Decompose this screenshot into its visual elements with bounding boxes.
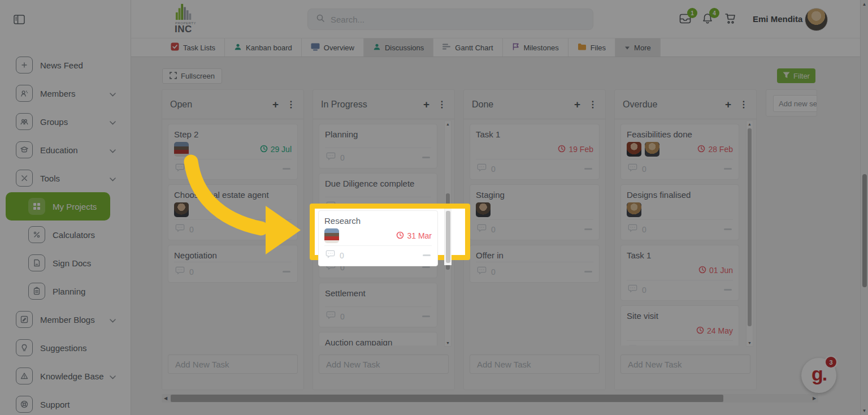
column-menu-icon[interactable]: [287, 99, 296, 110]
kanban-card[interactable]: Planning0: [319, 124, 437, 168]
inbox-icon[interactable]: 1: [678, 12, 692, 28]
drag-handle-icon[interactable]: [423, 254, 431, 256]
add-new-task-input[interactable]: Add New Task: [168, 355, 298, 374]
column-menu-icon[interactable]: [588, 99, 597, 110]
sidebar-toggle-icon[interactable]: [14, 15, 25, 27]
add-new-task-input[interactable]: Add New Task: [319, 355, 449, 374]
sidebar-item-planning[interactable]: Planning: [0, 277, 131, 305]
sidebar-item-member-blogs[interactable]: Member Blogs: [0, 305, 131, 334]
sidebar-item-knowledge-base[interactable]: Knowledge Base: [0, 362, 131, 390]
chevron-down-icon[interactable]: [110, 315, 116, 325]
scroll-down-icon[interactable]: [445, 341, 451, 345]
fullscreen-button[interactable]: Fullscreen: [162, 68, 222, 84]
sidebar-item-tools[interactable]: Tools: [0, 164, 131, 192]
tab-milestones[interactable]: Milestones: [503, 38, 568, 57]
drag-handle-icon[interactable]: [283, 168, 290, 170]
add-task-icon[interactable]: [725, 98, 731, 111]
scroll-left-icon[interactable]: [162, 394, 170, 403]
add-new-task-input[interactable]: Add New Task: [470, 355, 600, 374]
sidebar-item-sign-docs[interactable]: Sign Docs: [0, 249, 131, 277]
filter-button[interactable]: Filter: [777, 68, 815, 83]
notifications-bell-icon[interactable]: 4: [701, 12, 714, 28]
search-input[interactable]: [331, 15, 557, 24]
tab-overview[interactable]: Overview: [302, 38, 364, 57]
kanban-card[interactable]: Site visit24 May0: [620, 305, 739, 345]
column-scroll-thumb[interactable]: [446, 211, 450, 263]
drag-handle-icon[interactable]: [724, 289, 732, 291]
kanban-card[interactable]: Auction campaign0: [319, 332, 437, 345]
sidebar-item-my-projects[interactable]: My Projects: [6, 192, 110, 221]
add-task-icon[interactable]: [423, 98, 429, 111]
scroll-down-icon[interactable]: [861, 408, 868, 413]
assignee-avatar[interactable]: [174, 202, 189, 217]
kanban-card[interactable]: Task 101 Jun0: [620, 245, 739, 301]
drag-handle-icon[interactable]: [584, 271, 592, 273]
tab-kanban-board[interactable]: Kanban board: [225, 38, 302, 57]
kanban-card[interactable]: Staging0: [470, 184, 600, 240]
scroll-up-icon[interactable]: [445, 122, 451, 126]
tab-more[interactable]: More: [615, 38, 661, 57]
property-inc-logo[interactable]: PROPERTY INC: [174, 3, 208, 33]
sidebar-item-suggestions[interactable]: Suggestions: [0, 334, 131, 362]
kanban-card[interactable]: Negotiation0: [168, 245, 298, 283]
sidebar-item-members[interactable]: Members: [0, 79, 131, 107]
drag-handle-icon[interactable]: [584, 168, 592, 170]
search-box[interactable]: [307, 8, 593, 30]
chevron-down-icon[interactable]: [110, 89, 116, 98]
highlighted-card[interactable]: Research31 Mar0: [318, 210, 438, 266]
drag-handle-icon[interactable]: [422, 315, 430, 317]
assignee-avatar[interactable]: [627, 142, 641, 157]
kanban-card[interactable]: Choose real estate agent0: [168, 184, 298, 240]
drag-handle-icon[interactable]: [422, 157, 430, 158]
add-new-section-input[interactable]: Add new sect: [773, 95, 817, 112]
drag-handle-icon[interactable]: [283, 271, 290, 273]
assignee-avatar[interactable]: [645, 142, 659, 157]
scroll-up-icon[interactable]: [747, 122, 753, 126]
tab-task-lists[interactable]: Task Lists: [162, 38, 225, 57]
sidebar-item-groups[interactable]: Groups: [0, 107, 131, 136]
cart-icon[interactable]: [723, 12, 737, 28]
column-scrollbar[interactable]: [746, 120, 753, 347]
sidebar-item-news-feed[interactable]: News Feed: [0, 51, 131, 79]
user-name[interactable]: Emi Mendita: [753, 14, 802, 24]
vertical-scroll-thumb[interactable]: [862, 174, 867, 287]
kanban-card[interactable]: Settlement0: [319, 283, 437, 327]
kanban-card[interactable]: Feasibilities done28 Feb0: [620, 124, 739, 180]
assignee-avatar[interactable]: [174, 142, 189, 157]
assignee-avatar[interactable]: [324, 228, 339, 243]
column-menu-icon[interactable]: [437, 99, 446, 110]
tab-gantt-chart[interactable]: Gantt Chart: [433, 38, 502, 57]
add-new-task-input[interactable]: Add New Task: [620, 355, 750, 374]
kanban-card[interactable]: Task 119 Feb0: [470, 124, 600, 180]
sidebar-item-calculators[interactable]: Calculators: [0, 221, 131, 249]
kanban-card[interactable]: Designs finalised0: [620, 184, 739, 240]
add-task-icon[interactable]: [574, 98, 580, 111]
drag-handle-icon[interactable]: [283, 228, 290, 230]
tab-discussions[interactable]: Discussions: [364, 38, 433, 57]
add-task-icon[interactable]: [272, 98, 279, 111]
assignee-avatar[interactable]: [476, 202, 491, 217]
page-vertical-scrollbar[interactable]: [860, 0, 868, 415]
chevron-down-icon[interactable]: [110, 117, 116, 127]
horizontal-scroll-thumb[interactable]: [171, 395, 723, 402]
user-avatar[interactable]: [805, 8, 828, 31]
scroll-right-icon[interactable]: [810, 394, 818, 403]
drag-handle-icon[interactable]: [584, 228, 592, 230]
column-scroll-thumb[interactable]: [748, 128, 752, 326]
kanban-card[interactable]: Step 229 Jul0: [168, 124, 298, 180]
chevron-down-icon[interactable]: [110, 371, 116, 381]
assignee-avatar[interactable]: [627, 202, 641, 217]
chevron-down-icon[interactable]: [110, 145, 116, 155]
sidebar-item-support[interactable]: Support: [0, 390, 131, 415]
drag-handle-icon[interactable]: [724, 168, 732, 170]
drag-handle-icon[interactable]: [422, 266, 430, 268]
drag-handle-icon[interactable]: [724, 228, 732, 230]
scroll-up-icon[interactable]: [861, 2, 868, 7]
kanban-card[interactable]: Offer in0: [470, 245, 600, 283]
board-horizontal-scrollbar[interactable]: [162, 394, 818, 403]
column-menu-icon[interactable]: [739, 99, 748, 110]
tab-files[interactable]: Files: [568, 38, 615, 57]
chevron-down-icon[interactable]: [110, 174, 116, 183]
sidebar-item-education[interactable]: Education: [0, 136, 131, 164]
scroll-down-icon[interactable]: [747, 341, 753, 345]
